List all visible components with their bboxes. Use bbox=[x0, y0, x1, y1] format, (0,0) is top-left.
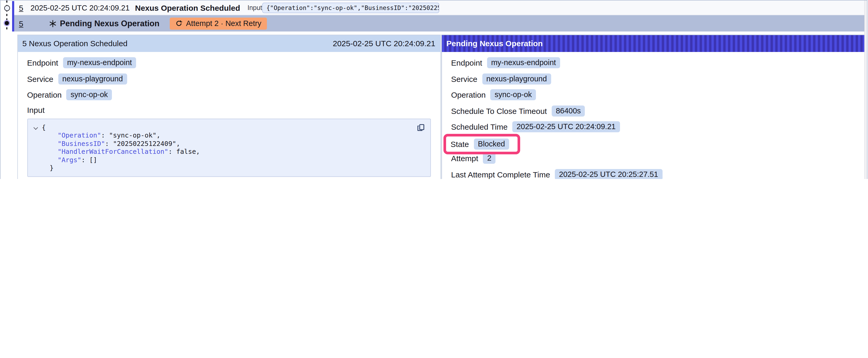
event-detail-title: 5 Nexus Operation Scheduled bbox=[22, 39, 127, 48]
event-detail-header: 5 Nexus Operation Scheduled 2025-02-25 U… bbox=[18, 35, 440, 52]
open-event-dot-icon bbox=[4, 5, 10, 11]
value-chip: 2 bbox=[483, 153, 495, 164]
field-service: Servicenexus-playground bbox=[451, 73, 855, 84]
json-text bbox=[42, 148, 58, 155]
field-label: Schedule To Close Timeout bbox=[451, 106, 547, 115]
field-scheduled-time: Scheduled Time2025-02-25 UTC 20:24:09.21 bbox=[451, 121, 855, 132]
event-detail-body: Endpointmy-nexus-endpointServicenexus-pl… bbox=[18, 52, 440, 179]
input-preview-chip: {"Operation":"sync-op-ok","BusinessID":"… bbox=[262, 3, 439, 13]
selected-event-dot-icon bbox=[3, 20, 10, 26]
event-detail-card: 5 Nexus Operation Scheduled 2025-02-25 U… bbox=[17, 35, 440, 179]
json-line: "Args": [] bbox=[31, 156, 409, 164]
json-text bbox=[42, 156, 58, 164]
field-last-attempt-complete-time: Last Attempt Complete Time2025-02-25 UTC… bbox=[451, 169, 855, 179]
event-title: Nexus Operation Scheduled bbox=[135, 3, 240, 12]
value-chip: nexus-playground bbox=[482, 73, 551, 84]
scrollbar[interactable] bbox=[864, 1, 867, 179]
value-chip: sync-op-ok bbox=[491, 89, 536, 100]
field-endpoint: Endpointmy-nexus-endpoint bbox=[27, 57, 431, 68]
pending-operation-row[interactable]: 5 Pending Nexus Operation Attempt 2 · Ne… bbox=[1, 15, 867, 32]
value-chip: sync-op-ok bbox=[66, 89, 112, 100]
value-chip: 2025-02-25 UTC 20:25:27.51 bbox=[555, 169, 662, 179]
input-json-viewer: { "Operation": "sync-op-ok", "BusinessID… bbox=[27, 118, 431, 176]
field-operation: Operationsync-op-ok bbox=[451, 89, 855, 100]
field-label: Endpoint bbox=[27, 58, 58, 67]
state-annotation-box: StateBlocked bbox=[443, 134, 520, 154]
section-label-input: Input bbox=[27, 105, 431, 116]
json-line: } bbox=[31, 164, 409, 172]
retry-badge-label: Attempt 2 · Next Retry bbox=[186, 19, 261, 28]
field-service: Servicenexus-playground bbox=[27, 73, 431, 84]
json-text: : false, bbox=[168, 148, 200, 155]
event-row-scheduled[interactable]: 5 2025-02-25 UTC 20:24:09.21 Nexus Opera… bbox=[1, 1, 867, 15]
field-label: Service bbox=[27, 74, 53, 83]
json-line: { bbox=[31, 123, 409, 131]
pending-title: Pending Nexus Operation bbox=[60, 19, 159, 28]
field-schedule-to-close-timeout: Schedule To Close Timeout86400s bbox=[451, 105, 855, 116]
copy-button[interactable] bbox=[417, 124, 424, 131]
retry-icon bbox=[176, 20, 182, 27]
field-label: Endpoint bbox=[451, 58, 482, 67]
pending-id-link[interactable]: 5 bbox=[19, 19, 23, 28]
json-text: { bbox=[42, 123, 46, 131]
value-chip: my-nexus-endpoint bbox=[63, 57, 136, 68]
field-label: Operation bbox=[451, 90, 486, 99]
json-key: "Args" bbox=[58, 156, 81, 164]
value-chip: 2025-02-25 UTC 20:24:09.21 bbox=[512, 121, 620, 132]
json-key: "HandlerWaitForCancellation" bbox=[58, 148, 168, 155]
timeline bbox=[1, 1, 15, 32]
value-chip: my-nexus-endpoint bbox=[487, 57, 560, 68]
field-label: Service bbox=[451, 74, 477, 83]
json-text bbox=[42, 131, 58, 139]
json-line: "BusinessID": "20250225122409", bbox=[31, 139, 409, 148]
field-attempt: Attempt2 bbox=[451, 153, 855, 164]
copy-icon bbox=[417, 124, 424, 131]
field-label: Last Attempt Complete Time bbox=[451, 170, 550, 179]
value-chip: Blocked bbox=[474, 138, 509, 149]
field-label: Operation bbox=[27, 90, 62, 99]
field-operation: Operationsync-op-ok bbox=[27, 89, 431, 100]
event-id-link[interactable]: 5 bbox=[19, 3, 23, 12]
json-text: : "20250225122409", bbox=[105, 139, 180, 147]
json-text: : "sync-op-ok", bbox=[101, 131, 160, 139]
event-history-panel: 5 2025-02-25 UTC 20:24:09.21 Nexus Opera… bbox=[0, 0, 867, 179]
json-text bbox=[42, 139, 58, 147]
pending-operation-header: Pending Nexus Operation bbox=[442, 35, 864, 52]
field-endpoint: Endpointmy-nexus-endpoint bbox=[451, 57, 855, 68]
event-timestamp: 2025-02-25 UTC 20:24:09.21 bbox=[30, 4, 129, 12]
field-state: StateBlocked bbox=[451, 138, 509, 149]
active-event-bar bbox=[12, 1, 14, 32]
json-line: "HandlerWaitForCancellation": false, bbox=[31, 148, 409, 156]
json-key: "Operation" bbox=[58, 131, 101, 139]
json-text: } bbox=[42, 164, 54, 172]
retry-attempt-badge: Attempt 2 · Next Retry bbox=[170, 17, 267, 29]
field-label: State bbox=[451, 139, 469, 148]
json-text: : [] bbox=[82, 156, 97, 164]
value-chip: 86400s bbox=[552, 105, 585, 116]
pending-asterisk-icon bbox=[49, 20, 57, 27]
pending-operation-title: Pending Nexus Operation bbox=[446, 39, 543, 48]
input-label: Input bbox=[247, 4, 262, 11]
json-line: "Operation": "sync-op-ok", bbox=[31, 131, 409, 139]
event-detail-time: 2025-02-25 UTC 20:24:09.21 bbox=[333, 39, 435, 48]
field-label: Attempt bbox=[451, 154, 478, 163]
pending-operation-body: Endpointmy-nexus-endpointServicenexus-pl… bbox=[442, 52, 864, 179]
pending-operation-card: Pending Nexus Operation Endpointmy-nexus… bbox=[441, 35, 865, 179]
field-label: Scheduled Time bbox=[451, 122, 507, 131]
json-key: "BusinessID" bbox=[58, 139, 105, 147]
value-chip: nexus-playground bbox=[58, 73, 127, 84]
collapse-chevron-icon[interactable] bbox=[33, 125, 38, 130]
